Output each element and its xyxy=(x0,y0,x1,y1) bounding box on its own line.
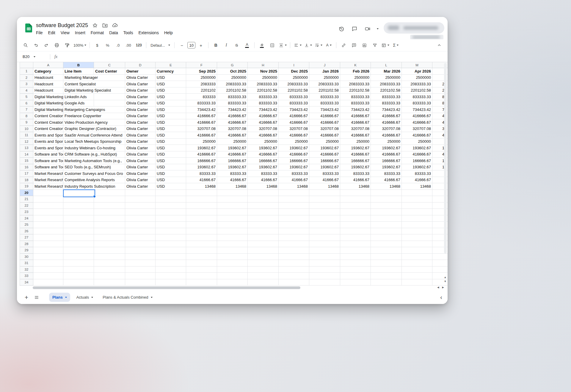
cell[interactable]: 193602.67 xyxy=(340,145,371,151)
cell[interactable]: 833333.33 xyxy=(402,94,432,100)
cell[interactable] xyxy=(217,279,248,286)
cell[interactable] xyxy=(340,241,371,247)
cell[interactable]: 193602.67 xyxy=(402,145,432,151)
cell[interactable] xyxy=(186,260,217,266)
cell[interactable] xyxy=(186,241,217,247)
cell[interactable] xyxy=(125,247,156,254)
cell[interactable]: USD xyxy=(156,164,186,171)
cell[interactable] xyxy=(156,215,186,222)
cell[interactable] xyxy=(279,273,309,279)
cell[interactable]: 2083333 xyxy=(186,81,217,87)
cell[interactable] xyxy=(63,266,94,273)
cell[interactable]: 2500000 xyxy=(309,75,340,81)
cell[interactable] xyxy=(186,203,217,209)
cell[interactable] xyxy=(371,279,402,286)
cell[interactable]: 2201102.58 xyxy=(402,87,432,94)
row-header-23[interactable]: 23 xyxy=(20,209,33,215)
cell[interactable]: Freelance Copywriter xyxy=(63,113,125,120)
scroll-down-icon[interactable]: ▼ xyxy=(444,280,447,283)
cell[interactable]: Content Creation xyxy=(33,126,63,132)
cell[interactable]: 416666.67 xyxy=(309,119,340,126)
cell[interactable] xyxy=(279,222,309,228)
row-header-16[interactable]: 16 xyxy=(20,164,33,171)
star-button[interactable] xyxy=(92,22,98,29)
column-header-I[interactable]: I xyxy=(279,62,309,68)
header-cell[interactable]: Apr 2026 xyxy=(402,68,432,75)
cell[interactable] xyxy=(33,241,63,247)
cell[interactable] xyxy=(402,241,432,247)
cell[interactable] xyxy=(33,279,63,286)
cell[interactable] xyxy=(248,222,279,228)
cell[interactable]: 41666.67 xyxy=(340,177,371,184)
cell[interactable] xyxy=(94,222,125,228)
row-header-9[interactable]: 9 xyxy=(20,119,33,126)
cell[interactable]: 166666.67 xyxy=(340,158,371,164)
cell[interactable]: 833333.33 xyxy=(340,94,371,100)
cell[interactable]: Content Creation xyxy=(33,113,63,120)
undo-button[interactable] xyxy=(31,41,41,49)
cell[interactable]: 416666.67 xyxy=(309,113,340,120)
cell[interactable] xyxy=(217,260,248,266)
cell[interactable] xyxy=(186,273,217,279)
cell[interactable]: 166666.67 xyxy=(217,158,248,164)
header-cell[interactable]: Cost Center xyxy=(94,68,125,75)
cell[interactable] xyxy=(217,222,248,228)
cell[interactable] xyxy=(309,209,340,215)
cell[interactable]: 320707.08 xyxy=(371,126,402,132)
cell[interactable] xyxy=(94,254,125,260)
header-cell[interactable]: Mar 2026 xyxy=(371,68,402,75)
cell[interactable]: 734423.42 xyxy=(371,106,402,113)
cell[interactable]: 2201102.58 xyxy=(248,87,279,94)
cell[interactable]: Events and Sponsorships xyxy=(33,139,63,145)
menu-item-data[interactable]: Data xyxy=(106,30,121,36)
cell[interactable] xyxy=(402,203,432,209)
cell[interactable] xyxy=(63,215,94,222)
cell[interactable]: 416666.67 xyxy=(217,151,248,158)
cell[interactable]: 193602.67 xyxy=(340,164,371,171)
cell[interactable]: 250000 xyxy=(279,139,309,145)
row-header-6[interactable]: 6 xyxy=(20,100,33,107)
cell[interactable]: Olivia Carter xyxy=(125,106,156,113)
cell[interactable]: 416666.67 xyxy=(340,132,371,139)
menu-item-help[interactable]: Help xyxy=(161,30,175,36)
cell[interactable] xyxy=(402,254,432,260)
cell[interactable]: Content Specialist xyxy=(63,81,125,87)
cell[interactable]: 833333.33 xyxy=(217,94,248,100)
row-header-34[interactable]: 34 xyxy=(20,279,33,286)
cell[interactable]: 41666.67 xyxy=(309,177,340,184)
cell[interactable]: 833333.33 xyxy=(217,100,248,107)
cell[interactable] xyxy=(371,196,402,203)
cell[interactable]: 193602.67 xyxy=(371,164,402,171)
cell[interactable]: USD xyxy=(156,132,186,139)
cell[interactable]: 416666.67 xyxy=(340,113,371,120)
cell[interactable] xyxy=(63,196,94,203)
cell[interactable] xyxy=(309,279,340,286)
cell[interactable]: 416666.67 xyxy=(279,132,309,139)
cell[interactable] xyxy=(279,203,309,209)
cell[interactable]: 833333.33 xyxy=(371,94,402,100)
cell[interactable] xyxy=(156,273,186,279)
cell[interactable]: 2500000 xyxy=(371,75,402,81)
cell[interactable]: Software and Tools xyxy=(33,158,63,164)
cell[interactable] xyxy=(125,215,156,222)
cell[interactable] xyxy=(279,260,309,266)
row-header-14[interactable]: 14 xyxy=(20,151,33,158)
cell[interactable] xyxy=(125,228,156,235)
cell[interactable] xyxy=(186,209,217,215)
cell[interactable]: Headcount xyxy=(33,81,63,87)
cell[interactable] xyxy=(371,273,402,279)
add-sheet-button[interactable]: + xyxy=(22,293,31,302)
cell[interactable]: 416666.67 xyxy=(248,151,279,158)
cell[interactable] xyxy=(156,279,186,286)
cell[interactable] xyxy=(371,234,402,241)
cell[interactable]: 416666.67 xyxy=(340,119,371,126)
cell[interactable]: 193602.67 xyxy=(402,164,432,171)
menu-item-view[interactable]: View xyxy=(58,30,72,36)
cell[interactable] xyxy=(186,190,217,196)
cell[interactable] xyxy=(371,228,402,235)
cell[interactable]: USD xyxy=(156,94,186,100)
row-header-22[interactable]: 22 xyxy=(20,203,33,209)
cell[interactable]: Headcount xyxy=(33,87,63,94)
row-header-3[interactable]: 3 xyxy=(20,81,33,87)
cell[interactable]: Software and Tools xyxy=(33,164,63,171)
